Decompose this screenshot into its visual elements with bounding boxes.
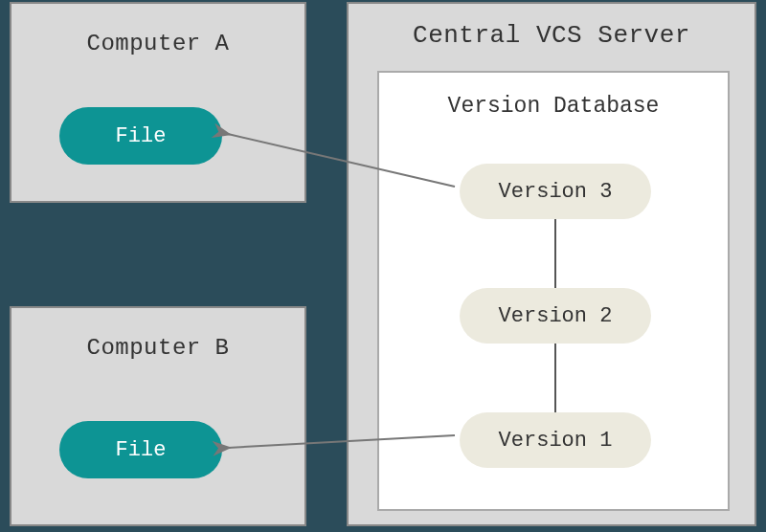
computer-a-title: Computer A	[11, 4, 304, 56]
version-3-pill: Version 3	[460, 164, 651, 219]
computer-b-title: Computer B	[11, 308, 304, 361]
version-connector-line	[554, 219, 556, 288]
server-title: Central VCS Server	[349, 4, 755, 50]
version-1-pill: Version 1	[460, 412, 651, 468]
version-connector-line	[554, 344, 556, 412]
version-database-box: Version Database Version 3 Version 2 Ver…	[377, 71, 730, 511]
version-2-pill: Version 2	[460, 288, 651, 344]
version-label: Version 2	[499, 304, 613, 328]
server-box: Central VCS Server Version Database Vers…	[347, 2, 756, 526]
version-label: Version 3	[499, 180, 613, 204]
computer-a-file-pill: File	[59, 107, 222, 165]
file-label: File	[116, 438, 167, 462]
computer-b-file-pill: File	[59, 421, 222, 478]
database-title: Version Database	[379, 73, 728, 119]
computer-b-box: Computer B File	[10, 306, 306, 526]
file-label: File	[116, 124, 167, 148]
computer-a-box: Computer A File	[10, 2, 306, 203]
version-label: Version 1	[499, 429, 613, 453]
